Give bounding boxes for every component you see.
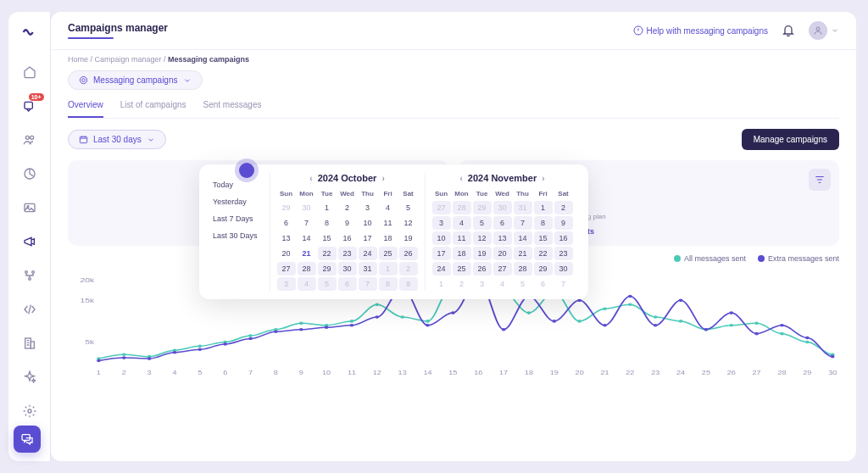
cal-day[interactable]: 18	[453, 247, 471, 260]
cal-day[interactable]: 9	[399, 277, 418, 291]
cal-day[interactable]: 22	[318, 247, 337, 260]
preset-7days[interactable]: Last 7 Days	[209, 210, 261, 227]
cal-day[interactable]: 30	[493, 201, 512, 214]
cal-day[interactable]: 2	[554, 201, 573, 214]
cal-day[interactable]: 19	[399, 231, 418, 245]
cal-day[interactable]: 13	[493, 231, 512, 245]
cal-day[interactable]: 2	[453, 277, 471, 291]
cal-day[interactable]: 10	[432, 231, 451, 245]
cal-day[interactable]: 3	[359, 201, 377, 214]
cal-day[interactable]: 3	[277, 277, 296, 291]
cal-next[interactable]: ›	[381, 174, 384, 183]
cal-day[interactable]: 6	[277, 216, 296, 230]
cal-day[interactable]: 4	[298, 277, 316, 291]
bell-icon[interactable]	[778, 20, 798, 41]
campaign-icon[interactable]	[20, 232, 39, 251]
cal-day[interactable]: 1	[379, 262, 398, 275]
cal-day[interactable]: 16	[554, 231, 573, 245]
cal-day[interactable]: 26	[399, 247, 418, 260]
cal-day[interactable]: 4	[493, 277, 512, 291]
preset-yesterday[interactable]: Yesterday	[209, 193, 261, 210]
cal-day[interactable]: 27	[277, 262, 296, 275]
cal-day[interactable]: 5	[318, 277, 337, 291]
flow-icon[interactable]	[20, 266, 39, 285]
cal-day[interactable]: 31	[359, 262, 377, 275]
contacts-icon[interactable]	[20, 131, 39, 149]
cal-day[interactable]: 6	[338, 277, 357, 291]
cal-day[interactable]: 15	[318, 231, 337, 245]
cal-day[interactable]: 25	[379, 247, 398, 260]
cal-day[interactable]: 23	[338, 247, 357, 260]
cal-day[interactable]: 26	[473, 262, 492, 275]
inbox-icon[interactable]: 10+	[20, 97, 39, 115]
building-icon[interactable]	[20, 334, 39, 353]
tab-list[interactable]: List of campaigns	[120, 100, 186, 118]
chat-fab[interactable]	[14, 426, 41, 453]
manage-campaigns-button[interactable]: Manage campaigns	[742, 129, 839, 150]
cal-day[interactable]: 12	[399, 216, 418, 230]
cal-day[interactable]: 29	[318, 262, 337, 275]
cal-day[interactable]: 14	[298, 231, 316, 245]
date-range-button[interactable]: Last 30 days	[68, 130, 166, 149]
cal-day[interactable]: 28	[514, 262, 532, 275]
cal-day[interactable]: 13	[277, 231, 296, 245]
cal-day[interactable]: 8	[379, 277, 398, 291]
cal-day[interactable]: 14	[514, 231, 532, 245]
tab-sent[interactable]: Sent messages	[203, 100, 262, 118]
cal-day[interactable]: 11	[453, 231, 471, 245]
analytics-icon[interactable]	[20, 164, 39, 183]
cal-day[interactable]: 1	[534, 201, 553, 214]
cal-day[interactable]: 6	[493, 216, 512, 230]
cal-day[interactable]: 1	[432, 277, 451, 291]
code-icon[interactable]	[20, 300, 39, 319]
cal-day[interactable]: 3	[432, 216, 451, 230]
cal-day[interactable]: 18	[379, 231, 398, 245]
cal-day[interactable]: 12	[473, 231, 492, 245]
help-link[interactable]: Help with messaging campaigns	[633, 25, 768, 36]
cal-day[interactable]: 17	[432, 247, 451, 260]
image-icon[interactable]	[20, 198, 39, 217]
cal-day[interactable]: 6	[534, 277, 553, 291]
cal-day[interactable]: 8	[318, 216, 337, 230]
cal-day[interactable]: 19	[473, 247, 492, 260]
cal-day[interactable]: 9	[338, 216, 357, 230]
cal-day[interactable]: 21	[298, 247, 316, 260]
cal-day[interactable]: 30	[338, 262, 357, 275]
cal-day[interactable]: 10	[359, 216, 377, 230]
cal-day[interactable]: 28	[453, 201, 471, 214]
cal-day[interactable]: 24	[359, 247, 377, 260]
cal-day[interactable]: 1	[318, 201, 337, 214]
cal-day[interactable]: 8	[534, 216, 553, 230]
cal-day[interactable]: 7	[514, 216, 532, 230]
cal-day[interactable]: 4	[379, 201, 398, 214]
cal-day[interactable]: 7	[554, 277, 573, 291]
preset-today[interactable]: Today	[209, 176, 261, 193]
cal-day[interactable]: 27	[493, 262, 512, 275]
cal-day[interactable]: 7	[298, 216, 316, 230]
cal-day[interactable]: 2	[338, 201, 357, 214]
cal-day[interactable]: 20	[493, 247, 512, 260]
cal-day[interactable]: 5	[399, 201, 418, 214]
cal-day[interactable]: 2	[399, 262, 418, 275]
cal-prev[interactable]: ‹	[460, 174, 463, 183]
tab-overview[interactable]: Overview	[68, 100, 103, 118]
cal-day[interactable]: 16	[338, 231, 357, 245]
cal-day[interactable]: 29	[473, 201, 492, 214]
home-icon[interactable]	[20, 63, 39, 81]
cal-day[interactable]: 29	[277, 201, 296, 214]
cal-day[interactable]: 27	[432, 201, 451, 214]
profile-menu[interactable]	[809, 21, 839, 40]
cal-day[interactable]: 15	[534, 231, 553, 245]
sparkle-icon[interactable]	[20, 368, 39, 387]
cal-day[interactable]: 5	[473, 216, 492, 230]
settings-icon[interactable]	[20, 402, 39, 420]
preset-30days[interactable]: Last 30 Days	[209, 227, 261, 244]
cal-day[interactable]: 30	[554, 262, 573, 275]
campaign-select[interactable]: Messaging campaigns	[68, 70, 203, 90]
cal-day[interactable]: 20	[277, 247, 296, 260]
cal-day[interactable]: 29	[534, 262, 553, 275]
cal-prev[interactable]: ‹	[309, 174, 312, 183]
cal-day[interactable]: 3	[473, 277, 492, 291]
cal-day[interactable]: 17	[359, 231, 377, 245]
cal-day[interactable]: 11	[379, 216, 398, 230]
